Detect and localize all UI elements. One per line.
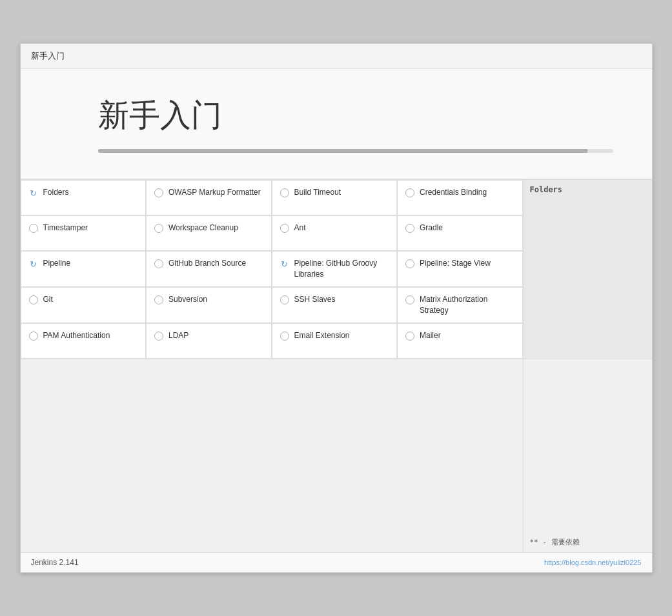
refresh-icon: ↻ — [29, 188, 38, 197]
radio-icon[interactable] — [154, 188, 163, 197]
sidebar-panel: Folders — [523, 179, 652, 358]
bottom-right: ** - 需要依赖 — [523, 359, 652, 552]
radio-icon[interactable] — [154, 259, 163, 268]
plugin-cell-gradle[interactable]: Gradle — [397, 215, 523, 251]
footer-link: https://blog.csdn.net/yulizi0225 — [544, 559, 641, 566]
radio-icon[interactable] — [280, 188, 289, 197]
plugin-cell-ant[interactable]: Ant — [272, 215, 398, 251]
window-title-bar: 新手入门 — [21, 44, 652, 69]
hero-area: 新手入门 — [21, 69, 652, 179]
plugin-name: LDAP — [168, 330, 188, 341]
sidebar-panel-title: Folders — [530, 185, 646, 194]
radio-icon[interactable] — [405, 259, 414, 268]
plugin-name: Gradle — [420, 223, 443, 233]
radio-icon[interactable] — [405, 224, 414, 233]
hero-title: 新手入门 — [98, 95, 613, 136]
plugin-cell-owasp[interactable]: OWASP Markup Formatter — [146, 180, 272, 215]
radio-icon[interactable] — [154, 224, 163, 233]
plugin-name: Timestamper — [43, 223, 88, 233]
plugin-cell-matrix-auth[interactable]: Matrix Authorization Strategy — [397, 287, 523, 323]
plugin-name: Ant — [294, 223, 306, 233]
plugin-name: Pipeline — [43, 258, 71, 269]
plugin-name: SSH Slaves — [294, 294, 336, 305]
bottom-left — [21, 359, 523, 552]
plugin-cell-ldap[interactable]: LDAP — [146, 323, 272, 359]
plugin-name: Folders — [43, 187, 69, 198]
radio-icon[interactable] — [405, 332, 414, 341]
radio-icon[interactable] — [405, 188, 414, 197]
radio-icon[interactable] — [280, 332, 289, 341]
footer-version: Jenkins 2.141 — [31, 558, 79, 567]
bottom-note: ** - 需要依赖 — [530, 537, 646, 547]
bottom-area: ** - 需要依赖 — [21, 359, 652, 552]
radio-icon[interactable] — [29, 295, 38, 304]
radio-icon[interactable] — [29, 332, 38, 341]
plugin-name: Git — [43, 294, 53, 305]
plugin-cell-timestamper[interactable]: Timestamper — [21, 215, 147, 251]
plugins-grid-container: ↻ Folders OWASP Markup Formatter Build T… — [21, 179, 652, 358]
plugin-name: Pipeline: GitHub Groovy Libraries — [294, 258, 389, 280]
plugin-cell-credentials-binding[interactable]: Credentials Binding — [397, 180, 523, 215]
plugin-cell-git[interactable]: Git — [21, 287, 147, 323]
plugin-cell-subversion[interactable]: Subversion — [146, 287, 272, 323]
plugin-name: Credentials Binding — [420, 187, 487, 198]
window-title: 新手入门 — [31, 51, 65, 61]
plugin-name: Subversion — [168, 294, 207, 305]
plugin-name: OWASP Markup Formatter — [168, 187, 261, 198]
plugin-cell-workspace-cleanup[interactable]: Workspace Cleanup — [146, 215, 272, 251]
plugin-name: Mailer — [420, 330, 441, 341]
radio-icon[interactable] — [29, 224, 38, 233]
refresh-icon: ↻ — [29, 259, 38, 268]
plugin-cell-ssh-slaves[interactable]: SSH Slaves — [272, 287, 398, 323]
plugins-grid: ↻ Folders OWASP Markup Formatter Build T… — [21, 179, 523, 358]
plugin-name: Matrix Authorization Strategy — [420, 294, 514, 316]
plugin-cell-pam-auth[interactable]: PAM Authentication — [21, 323, 147, 359]
plugin-cell-mailer[interactable]: Mailer — [397, 323, 523, 359]
plugin-name: Pipeline: Stage View — [420, 258, 491, 269]
plugin-name: Email Extension — [294, 330, 350, 341]
plugin-cell-folders[interactable]: ↻ Folders — [21, 180, 147, 215]
progress-bar-container — [98, 149, 613, 153]
plugin-cell-pipeline[interactable]: ↻ Pipeline — [21, 251, 147, 287]
radio-icon[interactable] — [280, 224, 289, 233]
plugin-name: Workspace Cleanup — [168, 223, 238, 233]
plugin-name: GitHub Branch Source — [168, 258, 246, 269]
radio-icon[interactable] — [405, 295, 414, 304]
main-window: 新手入门 新手入门 ↻ Folders OWASP Markup Formatt… — [20, 43, 653, 572]
plugin-name: Build Timeout — [294, 187, 341, 198]
plugin-cell-pipeline-stage-view[interactable]: Pipeline: Stage View — [397, 251, 523, 287]
footer-bar: Jenkins 2.141 https://blog.csdn.net/yuli… — [21, 552, 652, 572]
plugin-name: PAM Authentication — [43, 330, 110, 341]
refresh-icon: ↻ — [280, 259, 289, 268]
plugin-cell-build-timeout[interactable]: Build Timeout — [272, 180, 398, 215]
radio-icon[interactable] — [154, 332, 163, 341]
plugin-cell-github-branch-source[interactable]: GitHub Branch Source — [146, 251, 272, 287]
radio-icon[interactable] — [154, 295, 163, 304]
plugin-cell-email-extension[interactable]: Email Extension — [272, 323, 398, 359]
progress-bar-fill — [98, 149, 587, 153]
plugin-cell-pipeline-github-groovy[interactable]: ↻ Pipeline: GitHub Groovy Libraries — [272, 251, 398, 287]
radio-icon[interactable] — [280, 295, 289, 304]
